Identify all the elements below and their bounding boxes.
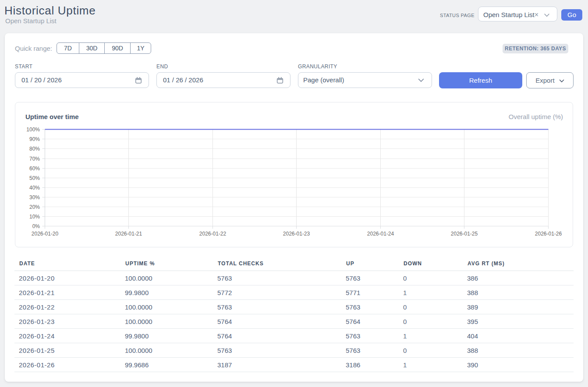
svg-text:70%: 70%	[29, 156, 40, 162]
svg-text:2026-01-20: 2026-01-20	[32, 231, 59, 237]
svg-text:100%: 100%	[26, 127, 40, 133]
svg-text:2026-01-23: 2026-01-23	[283, 231, 310, 237]
svg-text:60%: 60%	[29, 165, 40, 172]
svg-text:50%: 50%	[29, 175, 40, 181]
svg-text:20%: 20%	[29, 204, 40, 210]
svg-text:80%: 80%	[29, 146, 40, 152]
svg-text:2026-01-21: 2026-01-21	[115, 231, 142, 237]
svg-text:10%: 10%	[29, 214, 40, 220]
svg-text:2026-01-24: 2026-01-24	[367, 231, 394, 237]
svg-text:2026-01-26: 2026-01-26	[535, 231, 562, 237]
svg-text:30%: 30%	[29, 194, 40, 201]
svg-text:90%: 90%	[29, 136, 40, 142]
svg-text:40%: 40%	[29, 185, 40, 191]
svg-text:2026-01-25: 2026-01-25	[451, 231, 478, 237]
svg-text:2026-01-22: 2026-01-22	[199, 231, 227, 237]
svg-text:0%: 0%	[32, 223, 40, 229]
